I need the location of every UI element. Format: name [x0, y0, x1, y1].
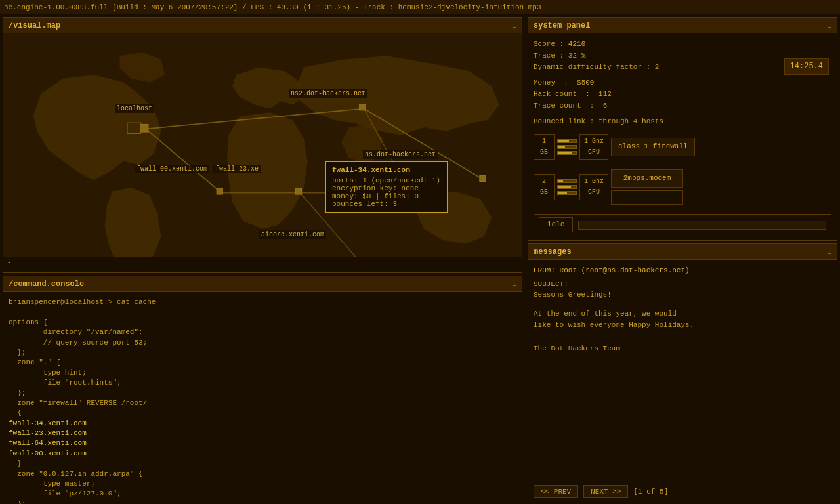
message-page-info: [1 of 5]	[633, 488, 668, 495]
visual-map-title: /visual.map	[9, 21, 60, 30]
system-timestamp: 14:25.4	[784, 58, 829, 75]
console-line-13: fwall-34.xenti.com	[9, 419, 516, 429]
console-line-11: zone "firewall" REVERSE /root/	[9, 398, 516, 408]
console-line-5: // query-source port 53;	[9, 338, 516, 348]
tooltip-encryption: encryption key: none	[332, 184, 440, 192]
console-line-7: zone "." {	[9, 358, 516, 368]
hw-cpu-2: 1 GhzCPU	[579, 174, 608, 200]
map-tooltip: fwall-34.xenti.com ports: 1 (open/hacked…	[325, 161, 448, 213]
money-row: Money : $500	[534, 77, 831, 89]
bounced-row: Bounced link : through 4 hosts	[534, 116, 831, 128]
hw-bars-2	[557, 179, 577, 195]
console-line-3: options {	[9, 318, 516, 327]
localhost-label: localhost	[115, 104, 154, 113]
status-progress-bar	[578, 220, 826, 230]
svg-rect-9	[480, 175, 486, 181]
ns2-label: ns2.dot-hackers.net	[289, 89, 368, 98]
console-line-19: type master;	[9, 479, 516, 489]
svg-rect-11	[295, 188, 301, 194]
hw-extra-box	[611, 190, 683, 205]
message-body: At the end of this year, we would like t…	[534, 308, 831, 354]
console-line-17: }	[9, 459, 516, 469]
messages-footer: << PREV NEXT >> [1 of 5]	[528, 482, 837, 501]
console-line-21: };	[9, 499, 516, 504]
hw-cpu-1: 1 GhzCPU	[579, 134, 608, 160]
messages-title: messages	[534, 247, 572, 257]
tooltip-title: fwall-34.xenti.com	[332, 166, 440, 174]
hardware-section: 1GB 1 GhzCPU class 1 firewall	[534, 134, 831, 209]
fwall23-label: fwall-23.xe	[213, 165, 261, 173]
messages-header: messages _	[528, 244, 837, 260]
prev-button[interactable]: << PREV	[534, 485, 578, 498]
hw-bars-1	[557, 139, 577, 155]
messages-panel: messages _ FROM: Root (root@ns.dot-hacke…	[528, 243, 837, 501]
trace-count-row: Trace count : 6	[534, 100, 831, 112]
console-content[interactable]: brianspencer@localhost:> cat cache optio…	[3, 292, 522, 504]
message-from: FROM: Root (root@ns.dot-hackers.net)	[534, 265, 831, 276]
command-console-panel: /command.console _ brianspencer@localhos…	[3, 276, 522, 504]
console-line-18: zone "0.0.127.in-addr.arpa" {	[9, 469, 516, 479]
hw-row-2: 2GB 1 GhzCPU 2mbps.modem	[534, 169, 695, 205]
visual-map-panel: /visual.map _	[3, 17, 522, 273]
console-line-20: file "pz/127.0.0";	[9, 489, 516, 499]
console-line-14: fwall-23.xenti.com	[9, 429, 516, 438]
visual-map-minimize[interactable]: _	[513, 22, 516, 29]
console-line-15: fwall-64.xenti.com	[9, 438, 516, 448]
system-content: 14:25.4 Score : 4210 Trace : 32 % Dynami…	[528, 33, 837, 240]
aicore-label: aicore.xenti.com	[259, 230, 326, 239]
hw-label-firewall: class 1 firewall	[611, 138, 695, 156]
messages-minimize[interactable]: _	[828, 248, 831, 255]
console-line-16: fwall-00.xenti.com	[9, 449, 516, 459]
tooltip-ports: ports: 1 (open/hacked: 1)	[332, 177, 440, 184]
map-bottom: -	[3, 257, 522, 270]
console-line-10: };	[9, 388, 516, 398]
svg-line-1	[146, 129, 221, 192]
console-line-4: directory "/var/named";	[9, 327, 516, 337]
hack-count-row: Hack count : 112	[534, 89, 831, 100]
svg-rect-8	[360, 104, 366, 110]
console-line-12: {	[9, 408, 516, 418]
console-line-2	[9, 307, 516, 317]
fwall00-label: fwall-00.xenti.com	[135, 165, 209, 173]
system-panel-minimize[interactable]: _	[828, 22, 831, 29]
tooltip-bounces: bounces left: 3	[332, 200, 440, 208]
console-line-9: file "root.hints";	[9, 378, 516, 388]
console-line-1: brianspencer@localhost:> cat cache	[9, 297, 516, 307]
system-panel-header: system panel _	[528, 18, 837, 33]
tooltip-money: money: $0 | files: 0	[332, 192, 440, 200]
console-line-8: type hint;	[9, 368, 516, 378]
hw-ram-2: 2GB	[534, 174, 555, 200]
status-bar: idle	[534, 214, 831, 236]
ns-label: ns.dot-hackers.net	[363, 150, 438, 159]
titlebar-text: he.engine-1.00.0083.full [Build : May 6 …	[4, 3, 541, 11]
hw-label-modem: 2mbps.modem	[611, 169, 683, 188]
messages-content: FROM: Root (root@ns.dot-hackers.net) SUB…	[528, 260, 837, 482]
score-row: Score : 4210	[534, 39, 831, 51]
visual-map-header: /visual.map _	[3, 18, 522, 33]
system-panel: system panel _ 14:25.4 Score : 4210 Trac…	[528, 17, 837, 241]
svg-rect-7	[141, 125, 148, 132]
hw-row-1: 1GB 1 GhzCPU class 1 firewall	[534, 134, 695, 160]
system-panel-title: system panel	[534, 21, 590, 30]
message-subject: SUBJECT: Seasons Greetings!	[534, 279, 831, 301]
status-idle-label: idle	[539, 217, 573, 233]
console-line-6: };	[9, 348, 516, 358]
titlebar: he.engine-1.00.0083.full [Build : May 6 …	[0, 0, 840, 14]
command-console-header: /command.console _	[3, 276, 522, 292]
map-content[interactable]: localhost ns2.dot-hackers.net ns.dot-hac…	[3, 33, 522, 257]
command-console-minimize[interactable]: _	[513, 280, 516, 287]
hw-ram-1: 1GB	[534, 134, 555, 160]
svg-rect-10	[217, 188, 222, 194]
next-button[interactable]: NEXT >>	[583, 485, 628, 498]
command-console-title: /command.console	[9, 280, 84, 289]
